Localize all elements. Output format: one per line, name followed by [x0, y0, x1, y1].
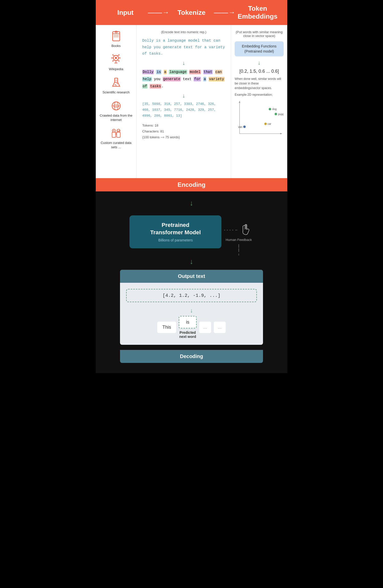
- input-text: Dolly is a language model that canhelp y…: [142, 38, 225, 57]
- svg-text:dog: dog: [272, 108, 277, 111]
- word-dots-2: ...: [214, 322, 226, 333]
- tokenize-title: Tokenize: [177, 9, 205, 16]
- encoding-section: Encoding: [96, 178, 287, 191]
- svg-text:puppy: puppy: [278, 113, 284, 116]
- crawled-label: Crawled data from the internet: [98, 114, 134, 122]
- token-numbers: [35, 5098, 318, 257, 3303, 2746, 326, 46…: [142, 101, 225, 119]
- svg-text:WWW: WWW: [113, 105, 119, 107]
- human-feedback-icon: [241, 223, 254, 236]
- embedding-box-label: Embedding Functions(Pretrained model): [242, 44, 276, 53]
- globe-icon: WWW: [110, 100, 122, 112]
- token-stats: Tokens: 18 Characters: 81 (100 tokens ~=…: [142, 122, 225, 140]
- embeddings-subtitle: (Put words with similar meaningclose in …: [235, 30, 284, 38]
- input-item-scientific: Scientific research: [102, 77, 129, 95]
- word-dots-1: ...: [199, 322, 211, 333]
- word-is-group: is Predictednext word: [179, 316, 197, 339]
- input-item-wikipedia: Wikipedia: [109, 53, 123, 71]
- svg-point-15: [111, 57, 112, 58]
- svg-marker-39: [239, 101, 240, 103]
- encoding-title: Encoding: [177, 181, 205, 188]
- embedding-desc: When done well, similar words will be cl…: [235, 77, 284, 90]
- svg-point-18: [118, 60, 119, 62]
- top-header: Input ——→ Tokenize ——→ Token Embeddings: [96, 0, 287, 25]
- bottom-section: ↓ PretrainedTransformer Model Billions o…: [96, 191, 287, 373]
- svg-rect-31: [112, 132, 116, 137]
- svg-point-43: [274, 113, 277, 115]
- output-header: Output text: [120, 270, 263, 283]
- token-highlighted: Dolly is a language model that can help …: [142, 68, 225, 90]
- human-feedback-label: Human Feedback: [226, 238, 252, 242]
- word-is: is: [179, 316, 197, 328]
- predicted-label: Predictednext word: [179, 330, 196, 339]
- output-section: Output text [4.2, 1.2, -1.9, ...] ↓ This…: [120, 270, 263, 363]
- tokenize-subtitle: (Encode text into numeric rep.): [142, 30, 225, 34]
- output-words-row: This is Predictednext word ... ...: [126, 316, 257, 339]
- output-title: Output text: [178, 273, 205, 279]
- svg-point-33: [113, 130, 114, 131]
- output-body: [4.2, 1.2, -1.9, ...] ↓ This is Predicte…: [120, 283, 263, 345]
- embeddings-header: Token Embeddings: [236, 5, 280, 20]
- wikipedia-icon: [110, 53, 122, 66]
- human-feedback-area: - - - - ← Human Feedback ||↓: [224, 215, 253, 256]
- input-header: Input: [103, 9, 148, 17]
- token-count: Tokens: 18: [142, 122, 225, 128]
- embeddings-panel: (Put words with similar meaningclose in …: [231, 25, 287, 178]
- decoding-section: Decoding: [120, 350, 263, 363]
- encoding-down-arrow: ↓: [190, 199, 193, 207]
- arrow-down-embed: ↓: [235, 59, 284, 66]
- svg-point-13: [112, 54, 113, 55]
- svg-marker-40: [280, 133, 282, 134]
- embeddings-title: Token Embeddings: [238, 5, 278, 20]
- transformer-sub: Billions of parameters: [140, 238, 211, 242]
- output-vector: [4.2, 1.2, -1.9, ...]: [126, 289, 257, 302]
- transformer-box: PretrainedTransformer Model Billions of …: [129, 215, 221, 248]
- svg-rect-0: [113, 32, 120, 41]
- content-area: Books: [96, 25, 287, 178]
- word-this: This: [157, 322, 176, 333]
- svg-point-6: [115, 57, 117, 59]
- token-note: (100 tokens ~= 75 words): [142, 134, 225, 140]
- tokenize-header: Tokenize: [170, 9, 214, 17]
- embedding-function-box: Embedding Functions(Pretrained model): [235, 41, 284, 56]
- svg-point-24: [117, 83, 118, 84]
- svg-point-47: [243, 126, 246, 128]
- wikipedia-label: Wikipedia: [109, 67, 123, 71]
- science-icon: [110, 77, 122, 89]
- example-label: Example 2D representation;: [235, 93, 284, 96]
- chart-2d: dog puppy car van: [235, 99, 284, 139]
- custom-label: Custom curated data sets ...: [98, 141, 134, 150]
- svg-point-23: [115, 84, 116, 85]
- svg-text:car: car: [268, 122, 271, 125]
- input-title: Input: [117, 9, 134, 16]
- input-item-custom: Custom curated data sets ...: [98, 127, 134, 150]
- custom-icon: [110, 127, 122, 139]
- arrow-1: ——→: [148, 8, 170, 17]
- svg-point-45: [264, 123, 267, 125]
- tokenize-panel: (Encode text into numeric rep.) Dolly is…: [137, 25, 231, 178]
- svg-point-17: [112, 60, 113, 62]
- svg-point-14: [118, 54, 119, 55]
- books-label: Books: [111, 44, 121, 48]
- svg-point-25: [116, 85, 116, 86]
- embedding-vector: [0.2, 1.5, 0.6 ... 0.6]: [235, 69, 284, 74]
- scientific-label: Scientific research: [102, 90, 129, 95]
- book-icon: [110, 30, 122, 42]
- input-item-crawled: WWW Crawled data from the internet: [98, 100, 134, 122]
- svg-point-41: [269, 108, 271, 111]
- input-item-books: Books: [110, 30, 122, 48]
- transformer-down-arrow: ↓: [190, 258, 193, 266]
- top-section: Input ——→ Tokenize ——→ Token Embeddings: [96, 0, 287, 178]
- hf-section: PretrainedTransformer Model Billions of …: [111, 215, 272, 256]
- input-panel: Books: [96, 25, 137, 178]
- arrow-down-1: ↓: [142, 60, 225, 66]
- arrow-2: ——→: [213, 8, 235, 17]
- arrow-down-2: ↓: [142, 92, 225, 99]
- decoding-title: Decoding: [180, 353, 203, 359]
- svg-rect-34: [117, 132, 120, 137]
- transformer-title: PretrainedTransformer Model: [140, 222, 211, 236]
- output-down-arrow: ↓: [126, 307, 257, 314]
- chart-svg: dog puppy car van: [235, 99, 284, 139]
- char-count: Characters: 81: [142, 128, 225, 134]
- svg-point-16: [119, 57, 121, 58]
- svg-text:van: van: [238, 125, 242, 128]
